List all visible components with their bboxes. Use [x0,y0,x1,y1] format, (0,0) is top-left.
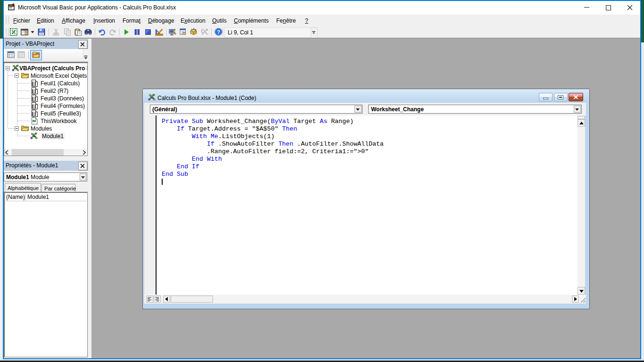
svg-text:?: ? [217,29,220,35]
